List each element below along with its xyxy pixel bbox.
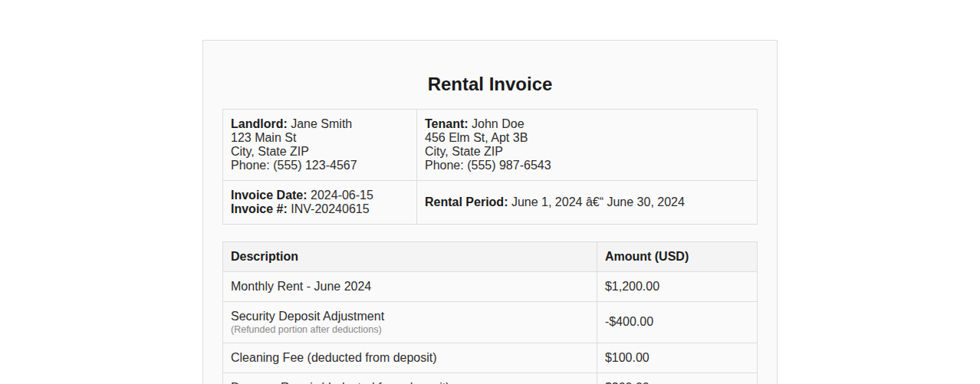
item-description: Monthly Rent - June 2024 <box>223 271 597 301</box>
landlord-address-line1: 123 Main St <box>231 131 409 145</box>
landlord-phone: Phone: (555) 123-4567 <box>231 159 409 172</box>
invoice-title: Rental Invoice <box>222 74 758 95</box>
landlord-label: Landlord: <box>231 117 288 130</box>
invoice-meta-cell: Invoice Date: 2024-06-15 Invoice #: INV-… <box>223 180 417 224</box>
tenant-label: Tenant: <box>425 117 469 130</box>
landlord-name: Jane Smith <box>291 117 352 130</box>
item-description: Cleaning Fee (deducted from deposit) <box>223 343 597 373</box>
parties-row: Landlord: Jane Smith 123 Main St City, S… <box>223 109 758 180</box>
table-row: Security Deposit Adjustment (Refunded po… <box>223 301 758 343</box>
tenant-cell: Tenant: John Doe 456 Elm St, Apt 3B City… <box>417 109 758 180</box>
item-description: Damage Repair (deducted from deposit) <box>223 373 597 384</box>
items-header-row: Description Amount (USD) <box>223 241 758 271</box>
item-amount: $100.00 <box>597 343 757 373</box>
rental-period-value: June 1, 2024 â€“ June 30, 2024 <box>511 195 685 208</box>
invoice-number-label: Invoice #: <box>231 202 288 215</box>
invoice-number-value: INV-20240615 <box>291 202 369 215</box>
rental-period-cell: Rental Period: June 1, 2024 â€“ June 30,… <box>417 180 758 224</box>
item-note: (Refunded portion after deductions) <box>231 324 589 335</box>
tenant-name: John Doe <box>472 117 525 130</box>
landlord-address-line2: City, State ZIP <box>231 145 409 159</box>
table-row: Cleaning Fee (deducted from deposit) $10… <box>223 343 758 373</box>
table-row: Monthly Rent - June 2024 $1,200.00 <box>223 271 758 301</box>
item-amount: -$400.00 <box>597 301 757 343</box>
rental-period-label: Rental Period: <box>425 195 508 208</box>
item-description-cell: Security Deposit Adjustment (Refunded po… <box>223 301 597 343</box>
tenant-name-line: Tenant: John Doe <box>425 117 749 131</box>
amount-column-header: Amount (USD) <box>597 241 757 271</box>
tenant-address-line1: 456 Elm St, Apt 3B <box>425 131 749 145</box>
tenant-phone: Phone: (555) 987-6543 <box>425 159 749 172</box>
item-amount: $1,200.00 <box>597 271 757 301</box>
invoice-date-line: Invoice Date: 2024-06-15 <box>231 189 409 202</box>
landlord-cell: Landlord: Jane Smith 123 Main St City, S… <box>223 109 417 180</box>
invoice-date-value: 2024-06-15 <box>311 189 373 202</box>
landlord-name-line: Landlord: Jane Smith <box>231 117 409 131</box>
invoice-number-line: Invoice #: INV-20240615 <box>231 202 409 216</box>
invoice-meta-row: Invoice Date: 2024-06-15 Invoice #: INV-… <box>223 180 758 224</box>
invoice-card: Rental Invoice Landlord: Jane Smith 123 … <box>202 40 778 384</box>
description-column-header: Description <box>223 241 597 271</box>
item-amount: $300.00 <box>597 373 757 384</box>
table-row: Damage Repair (deducted from deposit) $3… <box>223 373 758 384</box>
parties-info-table: Landlord: Jane Smith 123 Main St City, S… <box>222 109 758 225</box>
page-background: { "title": "Rental Invoice", "parties": … <box>0 0 980 384</box>
line-items-table: Description Amount (USD) Monthly Rent - … <box>222 241 758 384</box>
tenant-address-line2: City, State ZIP <box>425 145 749 159</box>
invoice-date-label: Invoice Date: <box>231 189 307 202</box>
item-description: Security Deposit Adjustment <box>231 310 589 323</box>
